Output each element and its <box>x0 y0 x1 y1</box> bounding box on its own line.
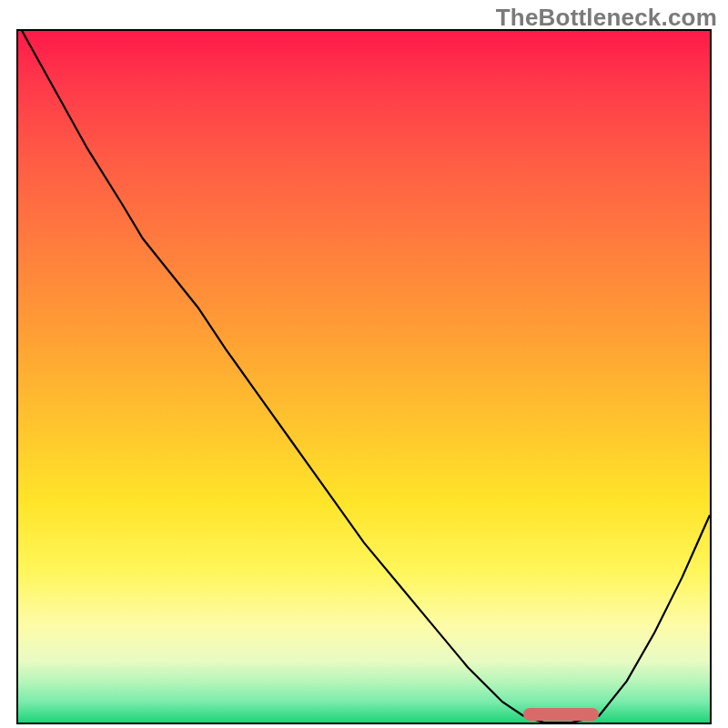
chart-frame <box>16 29 712 724</box>
chart-container: TheBottleneck.com <box>0 0 728 728</box>
bottleneck-curve <box>18 31 710 723</box>
optimal-range-marker <box>523 708 600 721</box>
watermark-label: TheBottleneck.com <box>496 4 717 32</box>
